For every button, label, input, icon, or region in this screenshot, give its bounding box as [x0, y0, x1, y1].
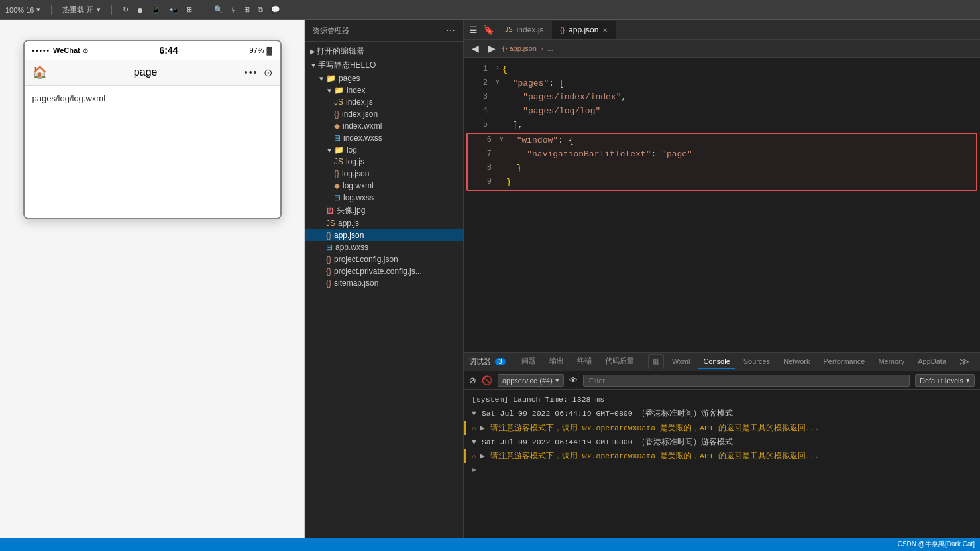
file-index-js[interactable]: JS index.js — [305, 96, 463, 108]
file-touhua[interactable]: 🖼 头像.jpg — [305, 204, 463, 217]
console-levels-arrow: ▾ — [966, 376, 970, 385]
devtools-tab-wenjian[interactable]: 问题 — [516, 353, 541, 370]
phone-nav-circle[interactable]: ⊙ — [264, 66, 272, 79]
warn-icon-2: ⚠ — [472, 450, 476, 461]
console-levels-select[interactable]: Default levels ▾ — [915, 374, 975, 387]
console-levels-value: Default levels — [920, 377, 963, 385]
phone-nav-dots[interactable]: ••• — [245, 67, 258, 78]
nav-back-button[interactable]: ◀ — [469, 42, 482, 55]
wechat-label: WeChat — [53, 46, 80, 54]
fold-arrow-9 — [500, 176, 504, 186]
grid-button[interactable]: ⊞ — [244, 5, 250, 14]
file-label-app-json: app.json — [334, 231, 364, 240]
devtools-tab-performance[interactable]: Performance — [818, 355, 870, 369]
wxml-icon-index-wxml: ◆ — [334, 121, 340, 131]
folder-index[interactable]: ▼ 📁 index — [305, 84, 463, 96]
phone-dots: ••••• — [32, 47, 51, 54]
file-log-js[interactable]: JS log.js — [305, 156, 463, 168]
devtools-tab-console[interactable]: Console — [698, 355, 735, 369]
zoom-control[interactable]: 100% 16 ▾ — [5, 5, 40, 14]
line-num-4: 4 — [469, 105, 488, 117]
editor-and-devtools: ☰ 🔖 JS index.js {} app.json ✕ ◀ ▶ — [464, 20, 980, 538]
expand-icon-1[interactable]: ▼ — [472, 408, 476, 419]
wechat-button[interactable]: 💬 — [271, 5, 280, 14]
file-label-index-js: index.js — [346, 97, 373, 107]
file-index-wxss[interactable]: ⊟ index.wxss — [305, 132, 463, 144]
sidebar-toggle-button[interactable]: ☰ — [466, 23, 480, 36]
fold-arrow-6[interactable]: ∨ — [500, 134, 504, 145]
console-filter-placeholder: Filter — [589, 377, 605, 385]
phone-mode-button[interactable]: 📱 — [152, 5, 161, 14]
main-area: ••••• WeChat ⊙ 6:44 97% ▓ 🏠 page ••• ⊙ — [0, 20, 980, 538]
console-clear-button[interactable]: 🚫 — [482, 375, 492, 385]
devtools-tab-cursor[interactable]: ▥ — [649, 355, 663, 369]
devtools-tab-appdata[interactable]: AppData — [912, 355, 952, 369]
file-app-json[interactable]: {} app.json — [305, 229, 463, 241]
code-editor[interactable]: 1 › { 2 ∨ "pages": [ 3 "page — [464, 58, 980, 352]
editor-area: ☰ 🔖 JS index.js {} app.json ✕ ◀ ▶ — [464, 20, 980, 352]
tablet-icon: 📲 — [169, 5, 178, 14]
file-index-json[interactable]: {} index.json — [305, 108, 463, 120]
fold-arrow-1[interactable]: › — [496, 63, 500, 74]
json-icon-index-json: {} — [334, 109, 339, 119]
split-button[interactable]: ⊞ — [186, 5, 192, 14]
phone-battery-percent: 97% — [249, 46, 264, 54]
phone-home-button[interactable]: 🏠 — [32, 65, 47, 80]
file-index-wxml[interactable]: ◆ index.wxml — [305, 120, 463, 132]
devtools-tab-more[interactable]: ≫ — [954, 353, 975, 371]
split-icon: ⊞ — [186, 5, 192, 14]
file-app-js[interactable]: JS app.js — [305, 217, 463, 229]
devtools-tab-daima[interactable]: 代码质量 — [600, 353, 639, 370]
tablet-mode-button[interactable]: 📲 — [169, 5, 178, 14]
js-icon-log-js: JS — [334, 157, 343, 166]
log-arrow: ▼ — [326, 147, 333, 154]
search-icon: 🔍 — [214, 5, 223, 14]
tab-index-js[interactable]: JS index.js — [497, 21, 552, 39]
section-open-editors[interactable]: ▶ 打开的编辑器 — [305, 44, 463, 58]
devtools-tab-sources[interactable]: Sources — [738, 355, 775, 369]
fold-arrow-8 — [500, 162, 504, 172]
fold-arrow-2[interactable]: ∨ — [496, 77, 500, 88]
file-panel-menu-icon[interactable]: ⋯ — [446, 25, 455, 36]
expand-icon-2[interactable]: ▼ — [472, 436, 476, 448]
file-label-index-wxss: index.wxss — [343, 133, 382, 143]
branch-button[interactable]: ⑂ — [231, 6, 236, 14]
refresh-icon: ↻ — [123, 5, 129, 14]
folder-pages[interactable]: ▼ 📁 pages — [305, 72, 463, 84]
search-button[interactable]: 🔍 — [214, 5, 223, 14]
nav-forward-button[interactable]: ▶ — [486, 42, 498, 55]
devtools-tab-network[interactable]: Network — [778, 355, 815, 369]
tab-app-json[interactable]: {} app.json ✕ — [552, 21, 616, 39]
console-prompt-arrow[interactable]: ▶ — [472, 464, 476, 475]
file-project-private[interactable]: {} project.private.config.js... — [305, 265, 463, 277]
section-project[interactable]: ▼ 手写静态HELLO — [305, 58, 463, 72]
file-sitemap[interactable]: {} sitemap.json — [305, 277, 463, 289]
status-bar-text: CSDN @牛泉禹[Dark Cat] — [898, 540, 975, 549]
record-button[interactable]: ⏺ — [136, 6, 144, 14]
file-app-wxss[interactable]: ⊟ app.wxss — [305, 241, 463, 253]
console-eye-button[interactable]: 👁 — [569, 375, 578, 385]
file-log-wxss[interactable]: ⊟ log.wxss — [305, 192, 463, 204]
devtools-tab-wxml[interactable]: Wxml — [667, 355, 696, 369]
console-ban-button[interactable]: ⊘ — [469, 375, 476, 385]
console-filter-input[interactable]: Filter — [583, 375, 910, 387]
devtools-tab-shuchu[interactable]: 输出 — [544, 353, 569, 370]
console-text-sat2: Sat Jul 09 2022 06:44:19 GMT+0800 （香港标准时… — [482, 436, 733, 448]
bookmark-button[interactable]: 🔖 — [480, 23, 497, 36]
file-label-log-json: log.json — [342, 169, 369, 178]
hotreload-control[interactable]: 热重载 开 ▾ — [62, 5, 100, 15]
file-project-config[interactable]: {} project.config.json — [305, 253, 463, 265]
file-log-json[interactable]: {} log.json — [305, 168, 463, 180]
signal-icon: ⊙ — [83, 47, 88, 54]
devtools-tab-zhongduan[interactable]: 终端 — [572, 353, 597, 370]
expand-icon-warn2[interactable]: ▶ — [480, 450, 485, 461]
refresh-button[interactable]: ↻ — [123, 5, 129, 14]
copy-button[interactable]: ⧉ — [258, 5, 263, 14]
console-context-select[interactable]: appservice (#4) ▾ — [498, 374, 564, 387]
hotreload-dropdown-icon: ▾ — [97, 5, 101, 14]
file-log-wxml[interactable]: ◆ log.wxml — [305, 180, 463, 192]
folder-log[interactable]: ▼ 📁 log — [305, 144, 463, 156]
expand-icon-warn1[interactable]: ▶ — [480, 422, 485, 434]
tab-close-app-json[interactable]: ✕ — [602, 27, 608, 34]
devtools-tab-memory[interactable]: Memory — [873, 355, 910, 369]
